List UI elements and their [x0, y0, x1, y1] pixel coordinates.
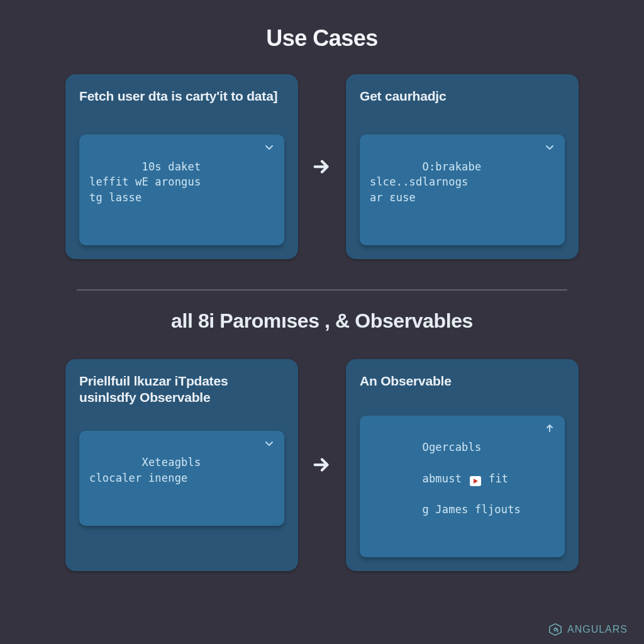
card-an-observable: An Observable Ogercabls abmust fit g Jam…	[346, 359, 579, 571]
footer-brand-text: ANGULARS	[567, 624, 628, 635]
chevron-down-icon[interactable]	[543, 141, 556, 153]
play-icon[interactable]	[470, 476, 481, 486]
card-title: Priellfuil lkuzar iTpdates usinlsdfy Obs…	[79, 373, 284, 408]
card-title: An Observable	[360, 373, 565, 392]
arrow-right-icon	[309, 156, 335, 177]
code-box[interactable]: 10s daket leffit wE arongus tg lasse	[79, 135, 284, 245]
section1-row: Fetch user dta is carty'it to data] 10s …	[44, 74, 600, 259]
section-divider	[77, 289, 567, 291]
arrow-up-icon[interactable]	[543, 422, 556, 435]
code-text: Xeteagbls clocaler inenge	[89, 456, 201, 484]
code-line: g James fljouts	[422, 503, 521, 516]
svg-point-1	[554, 628, 557, 631]
angulars-logo-icon	[548, 623, 562, 636]
chevron-down-icon[interactable]	[263, 437, 275, 450]
svg-marker-0	[550, 624, 561, 635]
code-box[interactable]: Xeteagbls clocaler inenge	[79, 431, 284, 526]
code-box[interactable]: Ogercabls abmust fit g James fljouts	[360, 416, 565, 557]
card-fetch-user-data: Fetch user dta is carty'it to data] 10s …	[65, 74, 298, 259]
section1-title: Use Cases	[44, 25, 600, 52]
code-line: Ogercabls	[422, 441, 481, 453]
code-text: O:brakabe slce..sdlarnogs ar ɛuse	[370, 160, 481, 204]
section2-row: Priellfuil lkuzar iTpdates usinlsdfy Obs…	[44, 359, 600, 571]
section2-title: all 8i Paromıses , & Observables	[44, 309, 600, 333]
code-text: 10s daket leffit wE arongus tg lasse	[89, 160, 201, 204]
page: Use Cases Fetch user dta is carty'it to …	[0, 0, 644, 602]
chevron-down-icon[interactable]	[263, 141, 275, 153]
code-line-post: fit	[482, 472, 509, 485]
card-priellfuil-observable: Priellfuil lkuzar iTpdates usinlsdfy Obs…	[65, 359, 298, 571]
card-get-caurhadjc: Get caurhadjc O:brakabe slce..sdlarnogs …	[346, 74, 579, 259]
arrow-right-icon	[309, 454, 335, 475]
card-title: Get caurhadjc	[360, 88, 565, 107]
footer-brand: ANGULARS	[548, 623, 628, 636]
card-title: Fetch user dta is carty'it to data]	[79, 88, 284, 123]
code-box[interactable]: O:brakabe slce..sdlarnogs ar ɛuse	[360, 135, 565, 245]
code-line-pre: abmust	[422, 472, 468, 485]
